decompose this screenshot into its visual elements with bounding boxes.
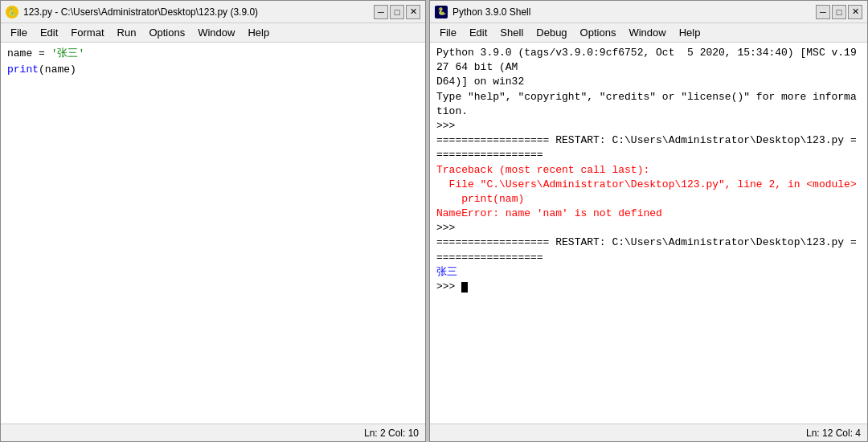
shell-window-controls: ─ □ ✕ [816, 5, 862, 19]
shell-menu-help[interactable]: Help [673, 25, 707, 40]
shell-cursor [461, 282, 468, 293]
shell-menu-bar: File Edit Shell Debug Options Window Hel… [430, 23, 867, 43]
code-line-1: name = '张三' [7, 46, 419, 62]
code-print-fn: print [7, 63, 39, 76]
editor-maximize-button[interactable]: □ [390, 5, 404, 19]
menu-edit[interactable]: Edit [34, 25, 64, 40]
shell-traceback-file: File "C.\Users\Administrator\Desktop\123… [436, 178, 861, 192]
shell-line-1: Python 3.9.0 (tags/v3.9.0:9cf6752, Oct 5… [436, 46, 861, 75]
editor-close-button[interactable]: ✕ [406, 5, 420, 19]
code-line-2: print(name) [7, 62, 419, 78]
editor-menu-bar: File Edit Format Run Options Window Help [1, 23, 425, 43]
shell-menu-options[interactable]: Options [574, 25, 623, 40]
menu-help[interactable]: Help [241, 25, 276, 40]
editor-title-bar: 🐍 123.py - C:\Users\Administrator\Deskto… [1, 1, 425, 23]
shell-close-button[interactable]: ✕ [848, 5, 862, 19]
shell-maximize-button[interactable]: □ [832, 5, 846, 19]
menu-window[interactable]: Window [191, 25, 241, 40]
shell-menu-window[interactable]: Window [622, 25, 672, 40]
code-string-value: '张三' [51, 47, 85, 59]
shell-window: 🐍 Python 3.9.0 Shell ─ □ ✕ File Edit She… [429, 0, 868, 442]
editor-title-text: 123.py - C:\Users\Administrator\Desktop\… [23, 6, 374, 18]
editor-status-bar: Ln: 2 Col: 10 [1, 424, 425, 441]
code-name-arg: name [45, 63, 70, 76]
shell-menu-edit[interactable]: Edit [463, 25, 493, 40]
shell-output-value: 张三 [436, 265, 861, 280]
shell-prompt-2: >>> [436, 221, 861, 235]
shell-minimize-button[interactable]: ─ [816, 5, 830, 19]
shell-traceback-header: Traceback (most recent call last): [436, 163, 861, 178]
editor-window-icon: 🐍 [6, 6, 18, 18]
shell-window-icon: 🐍 [435, 6, 448, 18]
shell-title-bar: 🐍 Python 3.9.0 Shell ─ □ ✕ [430, 1, 867, 23]
shell-nameerror: NameError: name 'nam' is not defined [436, 207, 861, 221]
menu-options[interactable]: Options [142, 25, 191, 40]
shell-status-bar: Ln: 12 Col: 4 [430, 424, 867, 441]
editor-window: 🐍 123.py - C:\Users\Administrator\Deskto… [0, 0, 426, 442]
shell-output-area[interactable]: Python 3.9.0 (tags/v3.9.0:9cf6752, Oct 5… [430, 43, 867, 424]
shell-line-3: Type "help", "copyright", "credits" or "… [436, 90, 861, 119]
shell-traceback-code: print(nam) [436, 192, 861, 207]
shell-cursor-position: Ln: 12 Col: 4 [806, 428, 861, 439]
editor-window-controls: ─ □ ✕ [374, 5, 420, 19]
menu-run[interactable]: Run [111, 25, 143, 40]
editor-minimize-button[interactable]: ─ [374, 5, 388, 19]
shell-menu-file[interactable]: File [433, 25, 463, 40]
code-editor-area[interactable]: name = '张三' print(name) [1, 43, 425, 424]
editor-cursor-position: Ln: 2 Col: 10 [364, 428, 419, 439]
shell-menu-debug[interactable]: Debug [530, 25, 573, 40]
shell-menu-shell[interactable]: Shell [493, 25, 530, 40]
shell-restart-line-2: ================== RESTART: C:\Users\Adm… [436, 235, 861, 264]
shell-line-2: D64)] on win32 [436, 75, 861, 89]
shell-prompt-3: >>> [436, 280, 861, 294]
shell-title-text: Python 3.9.0 Shell [452, 6, 816, 18]
shell-line-4: >>> [436, 119, 861, 133]
menu-file[interactable]: File [4, 25, 34, 40]
menu-format[interactable]: Format [64, 25, 110, 40]
code-name-var: name [7, 47, 32, 59]
shell-restart-line-1: ================== RESTART: C:\Users\Adm… [436, 133, 861, 162]
